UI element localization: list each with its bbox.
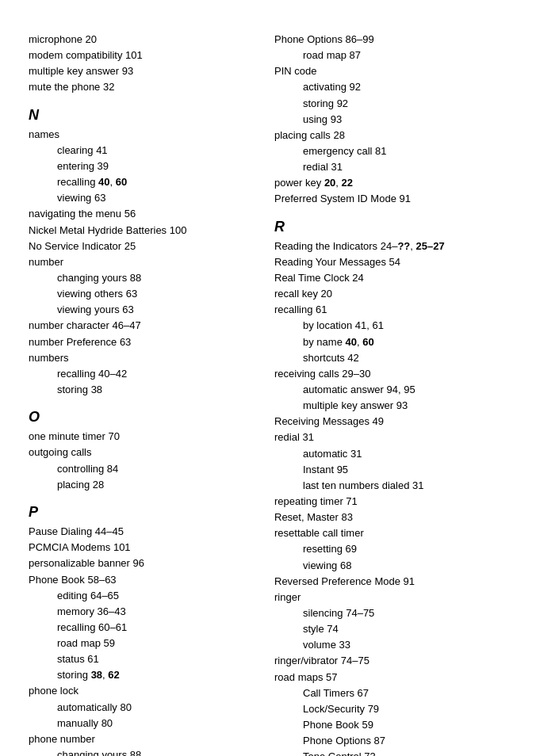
index-entry: placing calls 28 <box>274 128 504 143</box>
index-entry: status 61 <box>29 651 251 667</box>
index-entry: storing 92 <box>274 96 504 112</box>
index-entry: No Service Indicator 25 <box>29 239 251 254</box>
left-column: microphone 20modem compatibility 101mult… <box>29 32 266 756</box>
index-entry: Reset, Master 83 <box>274 510 504 525</box>
index-entry: automatically 80 <box>29 700 251 716</box>
index-entry: last ten numbers dialed 31 <box>274 478 504 494</box>
index-entry: Preferred System ID Mode 91 <box>274 191 504 207</box>
index-entry: number <box>29 254 251 270</box>
index-entry: Phone Book 58–63 <box>29 572 251 588</box>
index-entry: resetting 69 <box>274 541 504 557</box>
index-entry: road maps 57 <box>274 670 504 685</box>
index-entry: redial 31 <box>274 430 504 445</box>
index-entry: recalling 40–42 <box>29 366 251 382</box>
index-entry: shortcuts 42 <box>274 350 504 366</box>
index-entry: number Preference 63 <box>29 334 251 350</box>
index-entry: emergency call 81 <box>274 143 504 159</box>
index-entry: navigating the menu 56 <box>29 206 251 222</box>
index-entry: style 74 <box>274 621 504 637</box>
index-entry: Phone Options 87 <box>274 733 504 749</box>
index-entry: Reading the Indicators 24–??, 25–27 <box>274 239 504 254</box>
index-entry: road map 87 <box>274 48 504 63</box>
section-letter-p: P <box>29 502 251 522</box>
index-entry: Reading Your Messages 54 <box>274 254 504 270</box>
index-entry: viewing others 63 <box>29 286 251 302</box>
index-entry: clearing 41 <box>29 143 251 158</box>
index-entry: personalizable banner 96 <box>29 556 251 571</box>
index-entry: memory 36–43 <box>29 604 251 620</box>
index-entry: recalling 60–61 <box>29 620 251 636</box>
index-entry: road map 59 <box>29 636 251 651</box>
content-columns: microphone 20modem compatibility 101mult… <box>29 32 507 756</box>
index-entry: viewing 68 <box>274 558 504 574</box>
index-entry: one minute timer 70 <box>29 429 251 445</box>
index-entry: multiple key answer 93 <box>29 63 251 79</box>
index-entry: automatic answer 94, 95 <box>274 382 504 398</box>
index-entry: Phone Book 59 <box>274 717 504 733</box>
index-entry: volume 33 <box>274 637 504 653</box>
index-entry: Instant 95 <box>274 462 504 478</box>
index-entry: outgoing calls <box>29 445 251 460</box>
page: microphone 20modem compatibility 101mult… <box>0 0 536 756</box>
index-entry: recall key 20 <box>274 286 504 302</box>
index-entry: Real Time Clock 24 <box>274 270 504 286</box>
index-entry: storing 38, 62 <box>29 667 251 683</box>
index-entry: ringer/vibrator 74–75 <box>274 653 504 669</box>
index-entry: automatic 31 <box>274 446 504 462</box>
index-entry: Tone Control 73 <box>274 749 504 756</box>
index-entry: Call Timers 67 <box>274 685 504 701</box>
index-entry: changing yours 88 <box>29 747 251 756</box>
index-entry: by name 40, 60 <box>274 334 504 350</box>
index-entry: manually 80 <box>29 716 251 731</box>
section-letter-o: O <box>29 407 251 427</box>
index-entry: resettable call timer <box>274 525 504 541</box>
index-entry: numbers <box>29 350 251 366</box>
index-entry: Pause Dialing 44–45 <box>29 524 251 540</box>
index-entry: mute the phone 32 <box>29 79 251 95</box>
index-entry: modem compatibility 101 <box>29 48 251 63</box>
right-column: Phone Options 86–99road map 87PIN codeac… <box>266 32 504 756</box>
index-entry: number character 46–47 <box>29 318 251 334</box>
index-entry: ringer <box>274 590 504 605</box>
index-entry: using 93 <box>274 112 504 128</box>
index-entry: silencing 74–75 <box>274 605 504 621</box>
index-entry: recalling 61 <box>274 302 504 318</box>
index-entry: storing 38 <box>29 382 251 398</box>
index-entry: Reversed Preference Mode 91 <box>274 574 504 590</box>
index-entry: redial 31 <box>274 159 504 175</box>
index-entry: editing 64–65 <box>29 588 251 604</box>
index-entry: placing 28 <box>29 477 251 493</box>
index-entry: entering 39 <box>29 158 251 174</box>
index-entry: activating 92 <box>274 79 504 95</box>
index-entry: controlling 84 <box>29 461 251 477</box>
index-entry: repeating timer 71 <box>274 494 504 510</box>
index-entry: microphone 20 <box>29 32 251 48</box>
index-entry: by location 41, 61 <box>274 318 504 334</box>
index-entry: PIN code <box>274 63 504 79</box>
index-entry: multiple key answer 93 <box>274 398 504 414</box>
index-entry: phone lock <box>29 683 251 699</box>
section-letter-r: R <box>274 217 504 237</box>
index-entry: recalling 40, 60 <box>29 174 251 190</box>
index-entry: Phone Options 86–99 <box>274 32 504 48</box>
section-letter-n: N <box>29 105 251 125</box>
index-entry: Receiving Messages 49 <box>274 414 504 430</box>
index-entry: viewing 63 <box>29 190 251 206</box>
index-entry: phone number <box>29 731 251 747</box>
index-entry: Nickel Metal Hydride Batteries 100 <box>29 223 251 239</box>
index-entry: Lock/Security 79 <box>274 701 504 717</box>
index-entry: PCMCIA Modems 101 <box>29 540 251 556</box>
index-entry: viewing yours 63 <box>29 302 251 318</box>
index-entry: changing yours 88 <box>29 270 251 286</box>
index-entry: power key 20, 22 <box>274 175 504 191</box>
index-entry: receiving calls 29–30 <box>274 366 504 382</box>
index-entry: names <box>29 127 251 143</box>
